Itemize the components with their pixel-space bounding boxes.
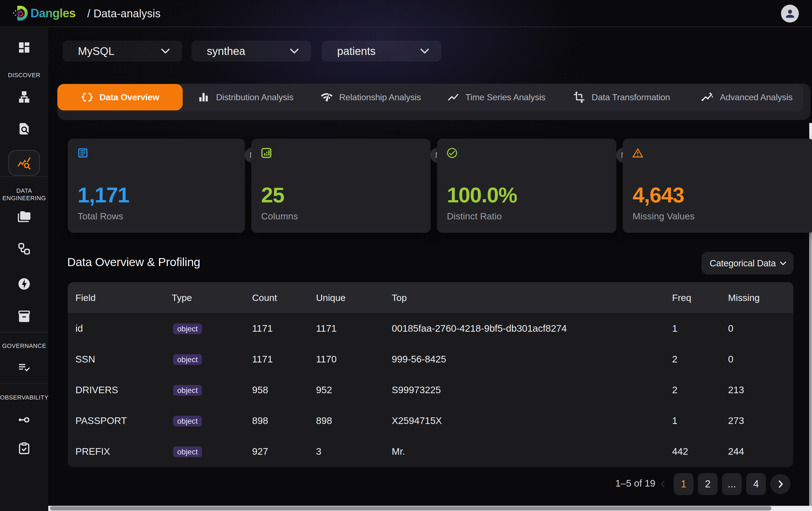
cell-freq: 2 [664, 354, 720, 365]
sidebar-item-files[interactable] [0, 210, 48, 224]
next-page-button[interactable] [770, 474, 791, 494]
cell-missing: 273 [720, 415, 793, 426]
chevron-down-icon [780, 260, 786, 267]
workflow-icon[interactable] [17, 242, 31, 255]
datasource-select[interactable]: MySQL [62, 41, 182, 61]
column-header-freq: Freq [664, 292, 720, 303]
cell-top: 999-56-8425 [384, 354, 664, 365]
cell-unique: 952 [308, 384, 384, 395]
table-header-row: Field Type Count Unique Top Freq Missing [68, 282, 793, 313]
stat-card-total-rows: N 1,171 Total Rows [68, 139, 245, 233]
brand[interactable]: Dangles [13, 5, 76, 21]
stat-card-distinct-ratio: N 100.0% Distinct Ratio [437, 139, 616, 233]
stat-value: 25 [261, 182, 284, 208]
cell-freq: 1 [664, 323, 720, 334]
table-row[interactable]: PREFIX object 927 3 Mr. 442 244 [68, 436, 793, 467]
stat-label: Total Rows [78, 211, 123, 222]
table-row[interactable]: DRIVERS object 958 952 S99973225 2 213 [68, 375, 793, 405]
commit-icon[interactable] [17, 413, 31, 427]
chevron-down-icon [290, 48, 299, 54]
column-header-top: Top [384, 292, 664, 303]
cell-top: Mr. [384, 446, 664, 457]
cell-count: 927 [244, 446, 308, 457]
column-header-count: Count [244, 292, 308, 303]
data-type-filter-value: Categorical Data [710, 258, 776, 269]
archive-icon[interactable] [17, 310, 31, 323]
dashboard-icon[interactable] [17, 41, 31, 54]
person-icon [784, 8, 796, 20]
sparkle-line-icon [701, 91, 714, 104]
sidebar-section-governance: GOVERNANCE [0, 342, 48, 350]
cell-freq: 1 [664, 415, 720, 426]
page-button-4[interactable]: 4 [746, 473, 766, 495]
chevron-right-icon [775, 479, 786, 489]
cell-field: PREFIX [68, 446, 164, 457]
stat-card-missing-values: 4,643 Missing Values [623, 139, 812, 233]
sidebar-divider [0, 383, 48, 384]
user-avatar[interactable] [781, 5, 799, 23]
cell-count: 958 [244, 384, 308, 395]
tab-data-overview[interactable]: Data Overview [57, 84, 183, 110]
type-badge: object [173, 354, 202, 365]
sidebar-item-audits[interactable] [0, 441, 48, 455]
tab-distribution-analysis[interactable]: Distribution Analysis [183, 84, 308, 110]
cell-type: object [164, 353, 244, 365]
folder-copy-icon[interactable] [17, 210, 31, 224]
table-row[interactable]: id object 1171 1171 00185faa-2760-4218-9… [68, 313, 793, 344]
table-row[interactable]: SSN object 1171 1170 999-56-8425 2 0 [68, 344, 793, 375]
table-select[interactable]: patients [322, 41, 441, 61]
sidebar-item-rules[interactable] [0, 360, 48, 374]
cell-top: 00185faa-2760-4218-9bf5-db301acf8274 [384, 323, 664, 334]
query-stats-icon[interactable] [17, 156, 31, 170]
tab-data-transformation[interactable]: Data Transformation [559, 84, 684, 110]
clipboard-check-icon[interactable] [17, 441, 31, 455]
sidebar-item-data-analysis[interactable] [8, 150, 40, 176]
table-row[interactable]: PASSPORT object 898 898 X2594715X 1 273 [68, 405, 793, 436]
stat-label: Columns [261, 211, 298, 222]
cell-unique: 1170 [308, 354, 384, 365]
chevron-left-icon[interactable] [658, 479, 668, 489]
cell-top: S99973225 [384, 384, 664, 395]
tab-time-series-analysis[interactable]: Time Series Analysis [433, 84, 559, 110]
cell-unique: 3 [308, 446, 384, 457]
sidebar-item-catalog[interactable] [0, 90, 48, 104]
cell-type: object [164, 446, 244, 457]
cell-missing: 0 [720, 354, 793, 365]
tab-label: Distribution Analysis [216, 92, 293, 102]
cell-missing: 244 [720, 446, 793, 457]
sidebar-item-pipelines[interactable] [0, 242, 48, 255]
tabs: Data Overview Distribution Analysis Rela… [57, 84, 811, 110]
tab-advanced-analysis[interactable]: Advanced Analysis [684, 84, 810, 110]
tab-label: Relationship Analysis [339, 92, 421, 102]
check-circle-icon [446, 147, 458, 159]
sidebar-item-dashboard[interactable] [0, 41, 48, 54]
page-button-ellipsis[interactable]: ... [722, 473, 742, 495]
data-type-filter[interactable]: Categorical Data [702, 252, 793, 274]
cell-count: 898 [244, 415, 308, 426]
breadcrumb: / Data-analysis [87, 0, 161, 27]
cell-field: SSN [68, 354, 164, 365]
list-check-icon[interactable] [17, 360, 31, 374]
sidebar-item-storage[interactable] [0, 310, 48, 323]
sidebar-item-search[interactable] [0, 122, 48, 136]
sidebar-item-jobs[interactable] [0, 277, 48, 291]
bolt-circle-icon[interactable] [17, 277, 31, 291]
sidebar-item-monitoring[interactable] [0, 413, 48, 427]
find-in-page-icon[interactable] [17, 122, 31, 136]
database-select[interactable]: synthea [192, 41, 311, 61]
page-button-2[interactable]: 2 [698, 473, 718, 495]
cell-field: id [68, 323, 164, 334]
data-object-icon [81, 91, 93, 104]
page-button-1[interactable]: 1 [674, 473, 694, 495]
stat-card-columns: N 25 Columns [251, 139, 431, 233]
type-badge: object [173, 416, 202, 426]
cell-freq: 442 [664, 446, 720, 457]
horizontal-scrollbar-thumb[interactable] [50, 506, 772, 510]
horizontal-scrollbar[interactable] [48, 506, 812, 511]
tab-label: Data Overview [99, 92, 160, 102]
hierarchy-icon[interactable] [17, 90, 31, 104]
chart-square-icon [260, 147, 272, 159]
tab-relationship-analysis[interactable]: Relationship Analysis [308, 84, 433, 110]
cell-unique: 1171 [308, 323, 384, 334]
cell-field: DRIVERS [68, 384, 164, 395]
